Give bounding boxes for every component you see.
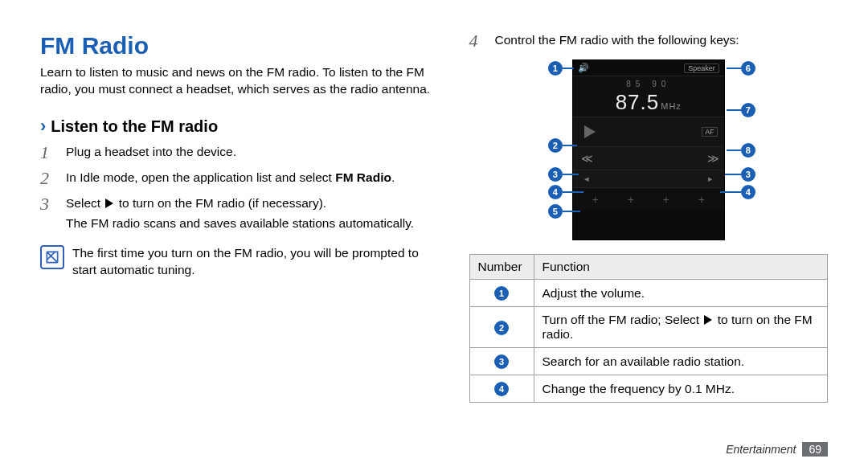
radio-step-row: ◂ ▸ <box>573 170 724 188</box>
intro-text: Learn to listen to music and news on the… <box>40 64 437 98</box>
note-icon <box>40 245 64 269</box>
right-column: 4 Control the FM radio with the followin… <box>469 32 829 447</box>
radio-figure-inner: 🔊 Speaker 85 90 87.5MHz AF ≪ ≫ <box>532 58 765 243</box>
frequency-unit: MHz <box>661 101 682 111</box>
step-number: 1 <box>40 144 61 162</box>
fav-slot-icon: + <box>663 193 669 206</box>
radio-power-row: AF <box>573 117 724 147</box>
step-4: 4 Control the FM radio with the followin… <box>469 32 829 50</box>
play-icon <box>584 125 596 138</box>
callout-4: 4 <box>741 185 755 199</box>
radio-dial: 85 90 87.5MHz <box>573 76 724 117</box>
page-footer: Entertainment 69 <box>726 442 828 457</box>
callout-lead <box>727 149 741 151</box>
callout-lead <box>727 109 741 111</box>
subheading-text: Listen to the FM radio <box>51 117 218 136</box>
step-text: Select to turn on the FM radio (if neces… <box>66 195 437 232</box>
function-table: Number Function 1 Adjust the volume. 2 T… <box>469 254 829 403</box>
table-row: 2 Turn off the FM radio; Select to turn … <box>469 307 828 348</box>
radio-fav-row: + + + + <box>573 188 724 211</box>
cell-number: 4 <box>469 375 534 403</box>
play-icon <box>704 315 712 325</box>
step-text-part: Select <box>66 196 104 210</box>
seek-fwd-icon: ≫ <box>707 152 716 165</box>
callout-2: 2 <box>548 138 563 153</box>
fav-slot-icon: + <box>628 193 634 206</box>
callout-lead <box>563 145 577 146</box>
callout-5: 5 <box>548 204 563 219</box>
fav-slot-icon: + <box>592 193 599 206</box>
footer-section: Entertainment <box>726 443 796 456</box>
th-number: Number <box>469 255 534 280</box>
num-bubble: 4 <box>494 382 509 396</box>
num-bubble: 1 <box>494 286 509 301</box>
step-text: Control the FM radio with the following … <box>495 32 829 49</box>
step-2: 2 In Idle mode, open the application lis… <box>40 170 437 187</box>
table-row: 1 Adjust the volume. <box>469 280 828 307</box>
steps-list: 1 Plug a headset into the device. 2 In I… <box>40 144 437 240</box>
callout-7: 7 <box>741 103 755 117</box>
speaker-label: Speaker <box>684 63 719 73</box>
num-bubble: 2 <box>494 321 509 335</box>
callout-6: 6 <box>741 61 755 76</box>
callout-4: 4 <box>548 185 563 199</box>
step-text-bold: FM Radio <box>335 170 391 184</box>
radio-topbar: 🔊 Speaker <box>573 60 724 76</box>
cell-number: 1 <box>469 280 534 307</box>
step-back-icon: ◂ <box>584 174 589 184</box>
cell-function: Adjust the volume. <box>534 280 828 307</box>
callout-lead <box>563 191 583 193</box>
subheading: › Listen to the FM radio <box>40 117 437 136</box>
page-title: FM Radio <box>40 32 437 59</box>
cell-number: 2 <box>469 307 534 348</box>
step-text-part: . <box>391 170 395 184</box>
step-text: Plug a headset into the device. <box>66 144 437 161</box>
table-row: 4 Change the frequency by 0.1 MHz. <box>469 375 828 403</box>
step-number: 2 <box>40 170 61 187</box>
callout-lead <box>563 211 580 212</box>
num-bubble: 3 <box>494 354 509 369</box>
cell-function: Change the frequency by 0.1 MHz. <box>534 375 828 403</box>
fav-slot-icon: + <box>698 193 705 206</box>
step-text-secondary: The FM radio scans and saves available s… <box>66 215 437 232</box>
callout-1: 1 <box>548 61 563 76</box>
note: The first time you turn on the FM radio,… <box>40 245 437 279</box>
chevron-right-icon: › <box>40 117 46 135</box>
cell-text-part: Turn off the FM radio; Select <box>542 313 703 326</box>
callout-lead <box>563 68 574 69</box>
step-text-part: to turn on the FM radio (if necessary). <box>115 196 326 210</box>
step-text: In Idle mode, open the application list … <box>66 170 437 186</box>
radio-scale: 85 90 <box>573 80 724 88</box>
radio-device: 🔊 Speaker 85 90 87.5MHz AF ≪ ≫ <box>572 59 725 240</box>
callout-3: 3 <box>741 167 755 182</box>
play-icon <box>105 199 113 208</box>
frequency-value: 87.5 <box>616 90 660 114</box>
af-label: AF <box>702 127 718 137</box>
step-fwd-icon: ▸ <box>708 174 713 184</box>
note-text: The first time you turn on the FM radio,… <box>72 245 437 279</box>
radio-frequency: 87.5MHz <box>573 90 724 115</box>
cell-function: Search for an available radio station. <box>534 348 828 375</box>
th-function: Function <box>534 255 828 280</box>
step-number: 3 <box>40 195 61 213</box>
step-number: 4 <box>469 32 490 50</box>
radio-seek-row: ≪ ≫ <box>573 147 724 170</box>
step-3: 3 Select to turn on the FM radio (if nec… <box>40 195 437 232</box>
callout-3: 3 <box>548 167 563 182</box>
seek-back-icon: ≪ <box>581 152 590 165</box>
callout-8: 8 <box>741 143 755 158</box>
left-column: FM Radio Learn to listen to music and ne… <box>40 32 437 447</box>
callout-lead <box>727 68 741 69</box>
volume-icon: 🔊 <box>578 63 589 73</box>
table-row: 3 Search for an available radio station. <box>469 348 828 375</box>
cell-number: 3 <box>469 348 534 375</box>
step-text-part: In Idle mode, open the application list … <box>66 170 335 184</box>
callout-lead <box>720 191 741 193</box>
callout-lead <box>725 174 741 175</box>
footer-page-number: 69 <box>802 442 828 457</box>
radio-figure: 🔊 Speaker 85 90 87.5MHz AF ≪ ≫ <box>469 58 829 243</box>
cell-function: Turn off the FM radio; Select to turn on… <box>534 307 828 348</box>
callout-lead <box>563 174 579 175</box>
step-1: 1 Plug a headset into the device. <box>40 144 437 162</box>
